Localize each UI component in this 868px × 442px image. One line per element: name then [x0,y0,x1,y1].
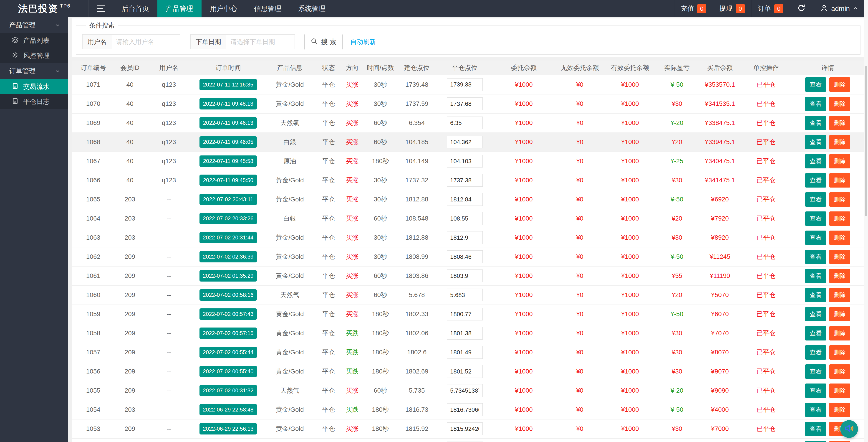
close-point-input[interactable] [447,327,483,340]
sidebar-group-2[interactable]: 订单管理 [0,63,68,79]
delete-button[interactable]: 删除 [829,345,850,360]
view-button[interactable]: 查看 [805,78,826,92]
view-button[interactable]: 查看 [805,364,826,379]
topbar-stat-order[interactable]: 订单0 [751,0,790,17]
close-point-input[interactable] [447,97,483,110]
refresh-button[interactable] [790,0,813,17]
view-button[interactable]: 查看 [805,307,826,321]
view-button[interactable]: 查看 [805,135,826,149]
order-date-input[interactable] [226,34,295,49]
delete-button[interactable]: 删除 [829,326,850,341]
nav-item-1[interactable]: 后台首页 [113,0,157,17]
delete-button[interactable]: 删除 [829,288,850,302]
direction-cell: 买跌 [341,400,364,419]
order-id-cell: 1067 [72,152,115,171]
delete-button[interactable]: 删除 [829,384,850,398]
delete-button[interactable]: 删除 [829,403,850,417]
close-point-input[interactable] [447,193,483,206]
close-point-input[interactable] [447,403,483,416]
view-button[interactable]: 查看 [805,97,826,111]
close-point-input[interactable] [447,346,483,359]
close-point-input[interactable] [447,117,483,129]
sidebar-toggle-button[interactable] [89,0,113,17]
view-button[interactable]: 查看 [805,231,826,245]
view-button[interactable]: 查看 [805,403,826,417]
close-point-input[interactable] [447,136,483,148]
vertical-scrollbar[interactable] [864,0,868,442]
sound-toggle-button[interactable] [840,420,858,438]
view-button[interactable]: 查看 [805,288,826,302]
close-point-input[interactable] [447,174,483,187]
nav-item-4[interactable]: 信息管理 [246,0,290,17]
delete-button[interactable]: 删除 [829,192,850,207]
delete-button[interactable]: 删除 [829,441,850,442]
user-menu[interactable]: admin [813,0,868,17]
table-header-row: 订单编号会员ID用户名订单时间产品信息状态方向时间/点数建仓点位平仓点位委托余额… [72,61,865,75]
sidebar-group-items: 产品列表风控管理 [0,33,68,63]
control-status-cell: 已平仓 [741,419,791,438]
username-input[interactable] [112,34,180,49]
sidebar-item-1-1[interactable]: 产品列表 [0,33,68,48]
delete-button[interactable]: 删除 [829,307,850,321]
close-point-cell [436,343,493,362]
sidebar-item-1-2[interactable]: 风控管理 [0,48,68,63]
view-button[interactable]: 查看 [805,345,826,360]
view-button[interactable]: 查看 [805,250,826,264]
topbar-stat-recharge[interactable]: 充值0 [674,0,713,17]
topbar-stat-withdraw[interactable]: 提现0 [713,0,751,17]
delete-button[interactable]: 删除 [829,135,850,149]
open-point-cell: 1802.6 [397,343,436,362]
order-time-cell: 2022-07-11 09:46:05 [193,132,264,152]
view-button[interactable]: 查看 [805,192,826,207]
close-point-input[interactable] [447,365,483,378]
nav-item-5[interactable]: 系统管理 [290,0,334,17]
search-button[interactable]: 搜 索 [304,34,343,50]
delete-button[interactable]: 删除 [829,250,850,264]
delete-button[interactable]: 删除 [829,97,850,111]
view-button[interactable]: 查看 [805,154,826,169]
delete-button[interactable]: 删除 [829,173,850,187]
close-point-cell [436,152,493,171]
sidebar-item-2-2[interactable]: 平仓日志 [0,94,68,109]
view-button[interactable]: 查看 [805,269,826,283]
delete-button[interactable]: 删除 [829,269,850,283]
nav-item-2[interactable]: 产品管理 [157,0,202,17]
username-cell: -- [145,209,193,228]
nav-item-3[interactable]: 用户中心 [202,0,246,17]
close-point-input[interactable] [447,308,483,321]
view-button[interactable]: 查看 [805,422,826,436]
view-button[interactable]: 查看 [805,116,826,130]
close-point-input[interactable] [447,212,483,225]
close-point-input[interactable] [447,231,483,244]
sidebar-item-2-1[interactable]: 交易流水 [0,79,68,94]
delete-button[interactable]: 删除 [829,231,850,245]
direction-cell: 买涨 [341,304,364,324]
delete-button[interactable]: 删除 [829,116,850,130]
close-point-input[interactable] [447,155,483,168]
control-status-cell: 已平仓 [741,247,791,266]
user-icon [820,4,828,13]
close-point-input[interactable] [447,269,483,282]
close-point-input[interactable] [447,384,483,397]
close-point-input[interactable] [447,422,483,435]
view-button[interactable]: 查看 [805,441,826,442]
order-time-badge: 2022-07-02 00:58:16 [199,289,257,301]
scrollbar-thumb[interactable] [865,66,867,216]
column-header-7: 方向 [341,61,364,75]
speaker-icon [844,423,854,435]
view-button[interactable]: 查看 [805,211,826,226]
delete-button[interactable]: 删除 [829,364,850,379]
username-cell [145,438,193,442]
close-point-input[interactable] [447,289,483,301]
delete-button[interactable]: 删除 [829,78,850,92]
view-button[interactable]: 查看 [805,173,826,187]
sidebar-group-1[interactable]: 产品管理 [0,17,68,33]
close-point-input[interactable] [447,78,483,91]
invalid-entrust-cell: ¥0 [555,324,605,343]
auto-refresh-link[interactable]: 自动刷新 [350,37,376,46]
view-button[interactable]: 查看 [805,384,826,398]
view-button[interactable]: 查看 [805,326,826,341]
close-point-input[interactable] [447,251,483,263]
delete-button[interactable]: 删除 [829,211,850,226]
delete-button[interactable]: 删除 [829,154,850,169]
